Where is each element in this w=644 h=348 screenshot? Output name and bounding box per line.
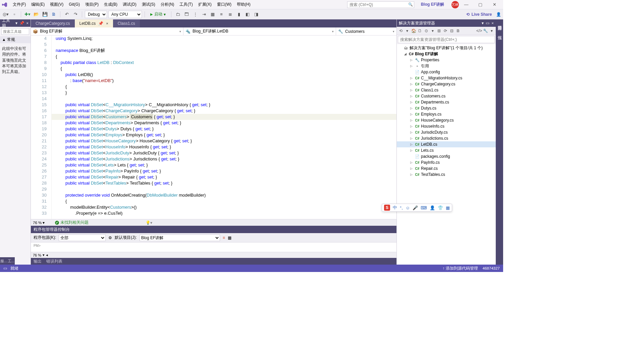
menu-item[interactable]: 项目(P) — [83, 1, 101, 7]
tb-icon[interactable]: ≡ — [218, 11, 225, 18]
pin-icon[interactable]: 📌 — [19, 21, 24, 25]
live-share-button[interactable]: ⟲Live Share 👤 — [466, 12, 501, 17]
zoom-select[interactable]: 76 % ▾ — [33, 220, 52, 225]
tb-icon[interactable]: ⇥ — [200, 11, 208, 18]
tree-node[interactable]: ▷C#JurisdicDuty.cs — [397, 129, 496, 135]
save-button[interactable]: 💾 — [41, 11, 49, 18]
user-avatar[interactable]: 艺林 — [451, 1, 459, 8]
tb-icon[interactable]: 🗔 — [183, 11, 190, 18]
ime-icon[interactable]: ⌨ — [421, 205, 427, 210]
showall-icon[interactable]: ⊞ — [436, 28, 442, 33]
tb-icon[interactable]: 🗀 — [174, 11, 181, 18]
collapse-icon[interactable]: ⊟ — [449, 28, 454, 33]
code-line[interactable]: .Property(e => e.CusTel) — [52, 210, 396, 216]
window-minimize-icon[interactable]: — — [460, 2, 473, 7]
toolbox-search-input[interactable] — [1, 28, 29, 35]
open-button[interactable]: 📂 — [33, 11, 40, 18]
code-line[interactable]: public virtual DbSet<C__MigrationHistory… — [52, 102, 396, 108]
tree-node[interactable]: ▷C#PayInfo.cs — [397, 159, 496, 165]
tb-icon[interactable]: ◧ — [244, 11, 251, 18]
ime-icon[interactable]: 👤 — [430, 205, 435, 210]
ime-lang[interactable]: 中 — [393, 205, 397, 211]
code-line[interactable]: protected override void OnModelCreating(… — [52, 192, 396, 198]
close-icon[interactable]: × — [26, 21, 29, 25]
menu-item[interactable]: 文件(F) — [10, 1, 29, 7]
tree-node[interactable]: ▷C#Repair.cs — [397, 165, 496, 171]
menu-item[interactable]: 调试(D) — [120, 1, 139, 7]
editor-tab[interactable]: ChargeCategory.cs — [31, 19, 75, 27]
tree-node[interactable]: ▷C#Lets.cs — [397, 147, 496, 153]
code-line[interactable]: public virtual DbSet<Dutys> Dutys { get;… — [52, 126, 396, 132]
pkg-zoom[interactable]: 76 % — [33, 253, 41, 257]
tree-node[interactable]: ▷C#HouseInfo.cs — [397, 123, 496, 129]
code-line[interactable] — [52, 186, 396, 192]
code-line[interactable]: namespace Blog_EF讲解 — [52, 48, 396, 54]
menu-item[interactable]: Git(G) — [66, 1, 83, 7]
code-icon[interactable]: </> — [476, 28, 482, 33]
code-line[interactable]: public partial class LetDB : DbContext — [52, 60, 396, 66]
platform-select[interactable]: Any CPU — [108, 11, 142, 18]
new-button[interactable]: ✚▾ — [24, 11, 31, 18]
tree-node[interactable]: ▷C#ChargeCategory.cs — [397, 81, 496, 87]
dropdown-icon[interactable]: ▾ — [482, 21, 484, 25]
tree-node[interactable]: ▷C#Customers.cs — [397, 93, 496, 99]
tab-errors[interactable]: 错误列表 — [46, 259, 62, 264]
menu-item[interactable]: 工具(T) — [177, 1, 195, 7]
code-line[interactable] — [52, 96, 396, 102]
tb-icon[interactable]: ▮ — [235, 11, 243, 18]
tree-node[interactable]: 📄App.config — [397, 69, 496, 75]
ime-icon[interactable]: ☺ — [406, 205, 410, 210]
code-line[interactable]: public virtual DbSet<Employs> Employs { … — [52, 132, 396, 138]
tree-node[interactable]: ▷C#HouseCategory.cs — [397, 117, 496, 123]
ime-icon[interactable]: 👕 — [438, 205, 443, 210]
code-line[interactable]: public virtual DbSet<HouseInfo> HouseInf… — [52, 144, 396, 150]
back-icon[interactable]: ⟲ — [398, 28, 404, 33]
config-select[interactable]: Debug — [85, 11, 107, 18]
code-line[interactable]: { — [52, 84, 396, 90]
tree-node[interactable]: ▷C#LetDB.cs — [397, 141, 496, 147]
code-line[interactable]: { — [52, 66, 396, 72]
menu-item[interactable]: 窗口(W) — [214, 1, 234, 7]
pkg-icon[interactable]: ≡ — [223, 235, 225, 240]
editor-tab[interactable]: Class1.cs — [113, 19, 140, 27]
code-line[interactable]: { — [52, 54, 396, 60]
refresh-icon[interactable]: ⟳ — [443, 28, 448, 33]
code-editor[interactable]: 4567891011121314151617181920212223242526… — [31, 36, 396, 219]
tb-icon[interactable]: ⋮ — [192, 11, 199, 18]
window-close-icon[interactable]: ✕ — [488, 2, 501, 7]
tree-node[interactable]: ▷C#Jurisdictions.cs — [397, 135, 496, 141]
ime-toolbar[interactable]: S 中 °, ☺ 🎤 ⌨ 👤 👕 ▦ — [382, 204, 452, 212]
back-button[interactable]: ◎▾ — [2, 11, 9, 18]
fwd-button[interactable]: ▫ — [11, 11, 18, 18]
home-icon[interactable]: 🏠 — [411, 28, 416, 33]
pkg-icon[interactable]: ▦ — [228, 235, 231, 240]
tb-icon[interactable]: ≣ — [226, 11, 234, 18]
ime-icon[interactable]: 🎤 — [413, 205, 418, 210]
code-line[interactable]: public virtual DbSet<ChargeCategory> Cha… — [52, 108, 396, 114]
tree-node[interactable]: ▷▫引用 — [397, 63, 496, 69]
nav-member[interactable]: 🔧Customers▾ — [336, 27, 396, 35]
code-line[interactable]: public virtual DbSet<Jurisdictions> Juri… — [52, 156, 396, 162]
code-line[interactable]: public virtual DbSet<Repair> Repair { ge… — [52, 174, 396, 180]
issues-status[interactable]: 未找到相关问题 — [55, 220, 89, 225]
code-line[interactable]: public virtual DbSet<HouseCategory> Hous… — [52, 138, 396, 144]
vtab-solexp[interactable]: 解决方案资源管理器 — [496, 21, 503, 25]
tree-node[interactable]: ▷C#C__MigrationHistory.cs — [397, 75, 496, 81]
sync-icon[interactable]: 🗋 — [417, 28, 423, 33]
editor-tab[interactable]: LetDB.cs📌× — [75, 19, 113, 27]
dropdown-icon[interactable]: ▾ — [15, 21, 17, 25]
code-line[interactable]: public virtual DbSet<JurisdicDuty> Juris… — [52, 150, 396, 156]
menu-item[interactable]: 扩展(X) — [196, 1, 214, 7]
pkg-src-select[interactable]: 全部 — [59, 234, 106, 241]
lightbulb-icon[interactable]: 💡▾ — [146, 220, 152, 225]
tree-node[interactable]: 📄packages.config — [397, 153, 496, 159]
ime-icon[interactable]: °, — [400, 205, 403, 210]
global-search-input[interactable] — [347, 1, 414, 8]
code-line[interactable]: public virtual DbSet<PayInfo> PayInfo { … — [52, 168, 396, 174]
menu-item[interactable]: 视图(V) — [47, 1, 66, 7]
nav-project[interactable]: 📦 Blog EF讲解▾ — [31, 27, 183, 35]
scope-icon[interactable]: ⊙ — [424, 28, 429, 33]
props-icon[interactable]: 🗎 — [455, 28, 461, 33]
menu-item[interactable]: 分析(N) — [158, 1, 177, 7]
close-icon[interactable]: × — [106, 21, 108, 25]
